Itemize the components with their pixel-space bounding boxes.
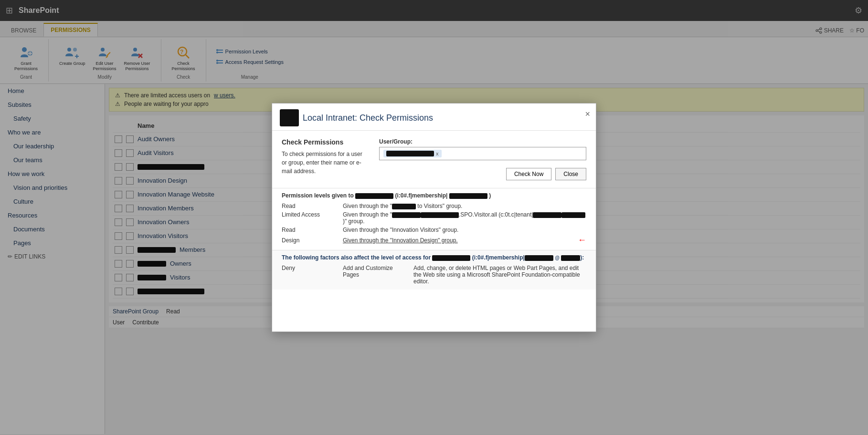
user-tag: x	[383, 150, 442, 157]
check-permissions-dialog: Local Intranet: Check Permissions × Chec…	[272, 103, 596, 332]
perm-user-redacted	[355, 193, 393, 199]
factors-section: The following factors also affect the le…	[272, 250, 596, 290]
dialog-section-title: Check Permissions	[282, 138, 368, 146]
dialog-logo	[280, 109, 299, 126]
check-now-button[interactable]: Check Now	[506, 168, 551, 180]
permission-row-limited: Limited Access Given through the " .SPO.…	[282, 210, 586, 226]
dialog-description: To check permissions for a user or group…	[282, 150, 368, 176]
results-area: Permission levels given to (i:0#.f|membe…	[272, 188, 596, 250]
factor-row-deny: Deny Add and Customize Pages Add, change…	[282, 264, 586, 286]
modal-overlay: Local Intranet: Check Permissions × Chec…	[0, 0, 868, 434]
user-group-label: User/Group:	[379, 138, 586, 145]
user-tag-remove[interactable]: x	[436, 151, 439, 156]
permission-row-read-1: Read Given through the " to Visitors" gr…	[282, 202, 586, 210]
permission-row-design: Design Given through the "Innovation Des…	[282, 234, 586, 246]
close-button[interactable]: Close	[555, 168, 586, 180]
user-value-redacted	[386, 151, 434, 156]
dialog-title: Local Intranet: Check Permissions	[303, 113, 433, 123]
dialog-button-row: Check Now Close	[379, 168, 586, 180]
user-input-box[interactable]: x	[379, 147, 586, 160]
dialog-header: Local Intranet: Check Permissions ×	[272, 104, 596, 131]
dialog-body: Check Permissions To check permissions f…	[272, 131, 596, 188]
permission-levels-header: Permission levels given to (i:0#.f|membe…	[282, 192, 586, 199]
permission-row-read-2: Read Given through the "Innovation Visit…	[282, 226, 586, 234]
perm-membership-redacted	[449, 193, 487, 199]
factors-label: The following factors also affect the le…	[282, 254, 586, 261]
dialog-left-panel: Check Permissions To check permissions f…	[282, 138, 368, 180]
dialog-close-button[interactable]: ×	[585, 109, 590, 119]
dialog-right-panel: User/Group: x Check Now Close	[379, 138, 586, 180]
red-arrow-indicator: ←	[578, 235, 586, 245]
